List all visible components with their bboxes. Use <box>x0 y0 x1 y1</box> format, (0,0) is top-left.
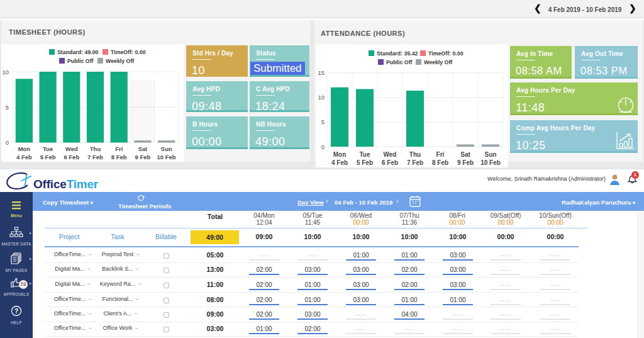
svg-text:5 Feb: 5 Feb <box>40 154 56 161</box>
svg-text:7 Feb: 7 Feb <box>87 154 103 161</box>
svg-text:10 Feb: 10 Feb <box>157 154 176 161</box>
svg-text:10: 10 <box>318 94 325 101</box>
svg-text:Weekly Off: Weekly Off <box>424 59 452 65</box>
svg-text:Sun: Sun <box>161 145 172 152</box>
svg-text:Wed: Wed <box>65 145 78 152</box>
svg-text:Thu: Thu <box>409 151 421 158</box>
svg-text:Tue: Tue <box>43 145 53 152</box>
svg-text:5: 5 <box>321 118 325 125</box>
svg-text:Fri: Fri <box>436 151 445 158</box>
svg-text:15: 15 <box>318 69 325 76</box>
svg-text:Sat: Sat <box>460 151 470 158</box>
svg-text:8 Feb: 8 Feb <box>432 159 448 166</box>
svg-text:0: 0 <box>6 139 9 146</box>
svg-text:0: 0 <box>321 144 325 150</box>
svg-text:Thu: Thu <box>90 145 101 152</box>
svg-text:5: 5 <box>6 104 9 111</box>
svg-text:TimeOff: 0.00: TimeOff: 0.00 <box>111 49 146 55</box>
svg-text:Standard: 35.42: Standard: 35.42 <box>377 50 418 57</box>
svg-text:6 Feb: 6 Feb <box>64 154 79 161</box>
svg-text:9 Feb: 9 Feb <box>457 159 474 166</box>
svg-text:8 Feb: 8 Feb <box>111 154 127 161</box>
svg-text:Weekly Off: Weekly Off <box>106 58 134 64</box>
svg-text:Public Off: Public Off <box>67 58 94 64</box>
svg-text:7 Feb: 7 Feb <box>407 159 423 166</box>
svg-text:10 Feb: 10 Feb <box>480 159 501 166</box>
svg-text:9 Feb: 9 Feb <box>135 154 150 161</box>
svg-text:Wed: Wed <box>384 151 397 158</box>
svg-text:Sun: Sun <box>485 151 497 158</box>
svg-text:TimeOff: 0.00: TimeOff: 0.00 <box>428 50 464 57</box>
svg-text:6 Feb: 6 Feb <box>382 159 398 166</box>
svg-text:5 Feb: 5 Feb <box>357 159 373 166</box>
svg-text:Standard: 49.00: Standard: 49.00 <box>57 49 99 55</box>
svg-text:Sat: Sat <box>138 145 148 152</box>
svg-text:Tue: Tue <box>359 151 370 158</box>
svg-text:Mon: Mon <box>333 151 347 158</box>
svg-text:?: ? <box>14 308 18 315</box>
svg-text:Mon: Mon <box>18 145 31 152</box>
svg-text:4 Feb: 4 Feb <box>16 154 32 161</box>
svg-text:Public Off: Public Off <box>386 59 413 65</box>
svg-text:Fri: Fri <box>115 145 123 152</box>
svg-text:10: 10 <box>2 69 9 76</box>
svg-text:4 Feb: 4 Feb <box>331 159 348 166</box>
